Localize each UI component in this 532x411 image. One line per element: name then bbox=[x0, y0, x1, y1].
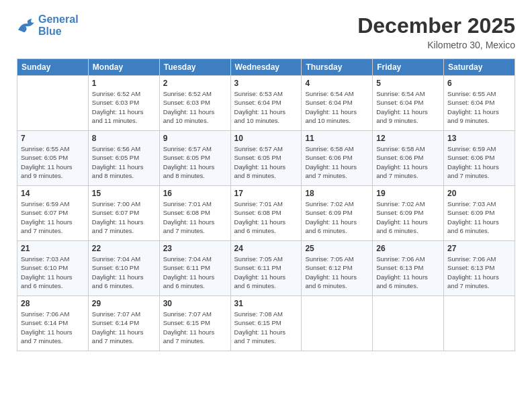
logo-icon bbox=[17, 17, 36, 34]
day-number: 12 bbox=[376, 134, 440, 143]
sunrise-text: Sunrise: 7:08 AM bbox=[234, 310, 298, 318]
daylight-text: Daylight: 11 hours and 9 minutes. bbox=[376, 107, 440, 126]
sunset-text: Sunset: 6:09 PM bbox=[376, 208, 440, 217]
day-info: Sunrise: 7:00 AM Sunset: 6:07 PM Dayligh… bbox=[92, 199, 156, 235]
calendar-cell: 8 Sunrise: 6:56 AM Sunset: 6:05 PM Dayli… bbox=[88, 131, 159, 186]
sunset-text: Sunset: 6:07 PM bbox=[21, 208, 85, 217]
day-number: 19 bbox=[376, 189, 440, 198]
calendar-week-4: 28 Sunrise: 7:06 AM Sunset: 6:14 PM Dayl… bbox=[17, 296, 515, 351]
sunrise-text: Sunrise: 7:07 AM bbox=[163, 310, 227, 318]
sunrise-text: Sunrise: 7:04 AM bbox=[163, 255, 227, 263]
calendar-cell: 14 Sunrise: 6:59 AM Sunset: 6:07 PM Dayl… bbox=[17, 186, 89, 241]
sunset-text: Sunset: 6:03 PM bbox=[92, 98, 156, 107]
sunrise-text: Sunrise: 7:06 AM bbox=[447, 255, 511, 263]
sunset-text: Sunset: 6:06 PM bbox=[305, 153, 369, 162]
calendar-page: General Blue December 2025 Kilometro 30,… bbox=[0, 0, 532, 411]
daylight-text: Daylight: 11 hours and 7 minutes. bbox=[21, 328, 85, 346]
calendar-cell: 27 Sunrise: 7:06 AM Sunset: 6:13 PM Dayl… bbox=[444, 241, 515, 296]
day-info: Sunrise: 6:55 AM Sunset: 6:05 PM Dayligh… bbox=[21, 144, 85, 180]
header-friday: Friday bbox=[373, 59, 444, 76]
day-info: Sunrise: 7:01 AM Sunset: 6:08 PM Dayligh… bbox=[163, 199, 227, 235]
calendar-cell: 2 Sunrise: 6:52 AM Sunset: 6:03 PM Dayli… bbox=[159, 76, 230, 131]
day-info: Sunrise: 7:04 AM Sunset: 6:11 PM Dayligh… bbox=[163, 255, 227, 290]
daylight-text: Daylight: 11 hours and 7 minutes. bbox=[163, 218, 227, 236]
day-info: Sunrise: 6:55 AM Sunset: 6:04 PM Dayligh… bbox=[447, 89, 511, 125]
calendar-cell: 3 Sunrise: 6:53 AM Sunset: 6:04 PM Dayli… bbox=[230, 76, 302, 131]
calendar-cell: 18 Sunrise: 7:02 AM Sunset: 6:09 PM Dayl… bbox=[302, 186, 373, 241]
day-number: 5 bbox=[376, 79, 440, 88]
sunrise-text: Sunrise: 7:02 AM bbox=[376, 199, 440, 208]
daylight-text: Daylight: 11 hours and 6 minutes. bbox=[376, 218, 440, 236]
sunset-text: Sunset: 6:13 PM bbox=[447, 263, 511, 272]
sunrise-text: Sunrise: 6:56 AM bbox=[92, 144, 156, 153]
sunrise-text: Sunrise: 7:01 AM bbox=[163, 199, 227, 208]
day-info: Sunrise: 6:56 AM Sunset: 6:05 PM Dayligh… bbox=[92, 144, 156, 180]
daylight-text: Daylight: 11 hours and 6 minutes. bbox=[305, 218, 369, 236]
location: Kilometro 30, Mexico bbox=[357, 40, 515, 50]
sunset-text: Sunset: 6:04 PM bbox=[234, 98, 298, 107]
calendar-cell: 22 Sunrise: 7:04 AM Sunset: 6:10 PM Dayl… bbox=[88, 241, 159, 296]
sunset-text: Sunset: 6:10 PM bbox=[21, 263, 85, 272]
day-info: Sunrise: 7:07 AM Sunset: 6:14 PM Dayligh… bbox=[92, 310, 156, 345]
day-number: 30 bbox=[163, 299, 227, 308]
sunset-text: Sunset: 6:04 PM bbox=[447, 98, 511, 107]
calendar-cell: 30 Sunrise: 7:07 AM Sunset: 6:15 PM Dayl… bbox=[159, 296, 230, 351]
day-info: Sunrise: 7:01 AM Sunset: 6:08 PM Dayligh… bbox=[234, 199, 298, 235]
sunset-text: Sunset: 6:04 PM bbox=[376, 98, 440, 107]
day-info: Sunrise: 6:52 AM Sunset: 6:03 PM Dayligh… bbox=[92, 89, 156, 125]
day-number: 24 bbox=[234, 244, 298, 253]
daylight-text: Daylight: 11 hours and 9 minutes. bbox=[21, 163, 85, 181]
day-info: Sunrise: 7:04 AM Sunset: 6:10 PM Dayligh… bbox=[92, 255, 156, 290]
calendar-cell bbox=[373, 296, 444, 351]
sunset-text: Sunset: 6:11 PM bbox=[163, 263, 227, 272]
day-info: Sunrise: 7:05 AM Sunset: 6:11 PM Dayligh… bbox=[234, 255, 298, 290]
day-info: Sunrise: 7:07 AM Sunset: 6:15 PM Dayligh… bbox=[163, 310, 227, 345]
sunrise-text: Sunrise: 7:07 AM bbox=[92, 310, 156, 318]
day-number: 14 bbox=[21, 189, 85, 198]
calendar-table: Sunday Monday Tuesday Wednesday Thursday… bbox=[17, 58, 515, 351]
sunrise-text: Sunrise: 7:05 AM bbox=[234, 255, 298, 263]
day-number: 29 bbox=[92, 299, 156, 308]
day-number: 6 bbox=[447, 79, 511, 88]
calendar-cell: 20 Sunrise: 7:03 AM Sunset: 6:09 PM Dayl… bbox=[444, 186, 515, 241]
day-number: 11 bbox=[305, 134, 369, 143]
calendar-cell: 19 Sunrise: 7:02 AM Sunset: 6:09 PM Dayl… bbox=[373, 186, 444, 241]
daylight-text: Daylight: 11 hours and 11 minutes. bbox=[92, 107, 156, 126]
calendar-cell: 13 Sunrise: 6:59 AM Sunset: 6:06 PM Dayl… bbox=[444, 131, 515, 186]
day-number: 17 bbox=[234, 189, 298, 198]
sunset-text: Sunset: 6:14 PM bbox=[21, 318, 85, 327]
day-info: Sunrise: 7:06 AM Sunset: 6:13 PM Dayligh… bbox=[376, 255, 440, 290]
logo-text: General Blue bbox=[38, 13, 79, 38]
daylight-text: Daylight: 11 hours and 8 minutes. bbox=[234, 163, 298, 181]
sunrise-text: Sunrise: 7:06 AM bbox=[21, 310, 85, 318]
day-info: Sunrise: 7:05 AM Sunset: 6:12 PM Dayligh… bbox=[305, 255, 369, 290]
calendar-cell: 26 Sunrise: 7:06 AM Sunset: 6:13 PM Dayl… bbox=[373, 241, 444, 296]
calendar-cell: 17 Sunrise: 7:01 AM Sunset: 6:08 PM Dayl… bbox=[230, 186, 302, 241]
sunrise-text: Sunrise: 6:59 AM bbox=[21, 199, 85, 208]
daylight-text: Daylight: 11 hours and 7 minutes. bbox=[92, 218, 156, 236]
day-info: Sunrise: 6:59 AM Sunset: 6:07 PM Dayligh… bbox=[21, 199, 85, 235]
calendar-cell: 15 Sunrise: 7:00 AM Sunset: 6:07 PM Dayl… bbox=[88, 186, 159, 241]
day-number: 10 bbox=[234, 134, 298, 143]
sunrise-text: Sunrise: 7:00 AM bbox=[92, 199, 156, 208]
sunrise-text: Sunrise: 6:58 AM bbox=[376, 144, 440, 153]
sunrise-text: Sunrise: 6:58 AM bbox=[305, 144, 369, 153]
day-number: 4 bbox=[305, 79, 369, 88]
sunrise-text: Sunrise: 6:53 AM bbox=[234, 89, 298, 98]
sunset-text: Sunset: 6:08 PM bbox=[234, 208, 298, 217]
day-number: 3 bbox=[234, 79, 298, 88]
day-number: 13 bbox=[447, 134, 511, 143]
daylight-text: Daylight: 11 hours and 6 minutes. bbox=[21, 273, 85, 291]
sunset-text: Sunset: 6:15 PM bbox=[163, 318, 227, 327]
daylight-text: Daylight: 11 hours and 7 minutes. bbox=[305, 163, 369, 181]
sunrise-text: Sunrise: 6:55 AM bbox=[21, 144, 85, 153]
sunrise-text: Sunrise: 6:52 AM bbox=[92, 89, 156, 98]
sunrise-text: Sunrise: 6:55 AM bbox=[447, 89, 511, 98]
calendar-cell: 12 Sunrise: 6:58 AM Sunset: 6:06 PM Dayl… bbox=[373, 131, 444, 186]
day-info: Sunrise: 7:02 AM Sunset: 6:09 PM Dayligh… bbox=[376, 199, 440, 235]
daylight-text: Daylight: 11 hours and 7 minutes. bbox=[21, 218, 85, 236]
calendar-week-3: 21 Sunrise: 7:03 AM Sunset: 6:10 PM Dayl… bbox=[17, 241, 515, 296]
sunset-text: Sunset: 6:14 PM bbox=[92, 318, 156, 327]
header-saturday: Saturday bbox=[444, 59, 515, 76]
day-number: 31 bbox=[234, 299, 298, 308]
